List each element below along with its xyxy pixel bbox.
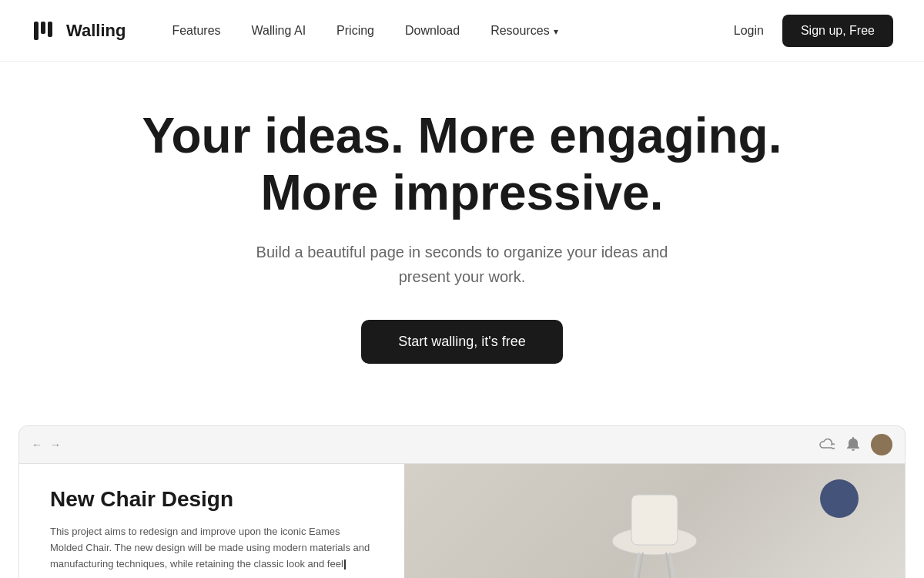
app-preview: ← → New Chair Design This projec (18, 425, 906, 578)
nav-features[interactable]: Features (172, 24, 220, 38)
hero-section: Your ideas. More engaging. More impressi… (0, 62, 924, 425)
svg-rect-2 (48, 22, 52, 37)
svg-rect-1 (41, 22, 45, 34)
preview-navigation: ← → (32, 439, 61, 451)
svg-rect-4 (631, 495, 678, 545)
svg-line-5 (631, 553, 639, 578)
nav-links: Features Walling AI Pricing Download Res… (172, 24, 733, 38)
preview-left-panel: New Chair Design This project aims to re… (19, 464, 404, 578)
nav-actions: Login Sign up, Free (734, 15, 893, 47)
preview-project-title: New Chair Design (50, 487, 373, 512)
signup-button[interactable]: Sign up, Free (782, 15, 893, 47)
back-arrow[interactable]: ← (32, 439, 42, 451)
cloud-icon (819, 436, 835, 453)
navbar: Walling Features Walling AI Pricing Down… (0, 0, 924, 62)
preview-image (404, 464, 905, 578)
logo-icon (31, 17, 59, 45)
cta-button[interactable]: Start walling, it's free (361, 320, 563, 364)
forward-arrow[interactable]: → (50, 439, 61, 451)
preview-bar: ← → (19, 426, 905, 464)
wall-decoration (820, 479, 859, 518)
logo-text: Walling (66, 21, 126, 41)
hero-title: Your ideas. More engaging. More impressi… (142, 108, 782, 221)
chevron-down-icon (554, 24, 558, 38)
svg-line-6 (670, 553, 678, 578)
bell-icon (845, 436, 862, 453)
preview-actions (819, 434, 892, 455)
login-button[interactable]: Login (734, 24, 764, 38)
svg-rect-0 (34, 22, 38, 40)
logo[interactable]: Walling (31, 17, 126, 45)
user-avatar[interactable] (871, 434, 892, 455)
hero-subtitle: Build a beautiful page in seconds to org… (231, 240, 693, 289)
preview-right-panel (404, 464, 905, 578)
nav-resources[interactable]: Resources (490, 24, 557, 38)
preview-content: New Chair Design This project aims to re… (19, 464, 905, 578)
preview-project-text: This project aims to redesign and improv… (50, 524, 373, 572)
nav-pricing[interactable]: Pricing (336, 24, 374, 38)
chair-illustration (520, 464, 789, 578)
nav-download[interactable]: Download (405, 24, 460, 38)
nav-walling-ai[interactable]: Walling AI (252, 24, 306, 38)
text-cursor (344, 560, 346, 570)
